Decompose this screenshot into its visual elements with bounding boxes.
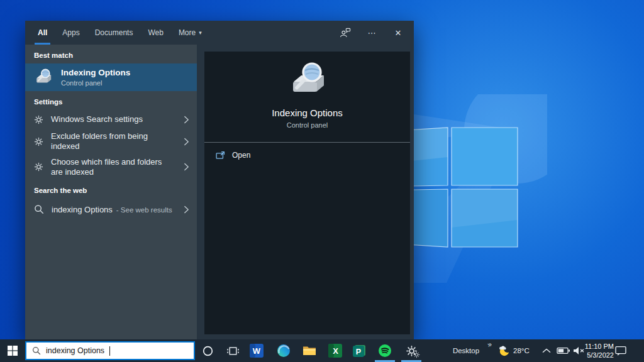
search-icon [32,346,41,355]
taskbar-app-spotify[interactable] [372,339,397,362]
publisher-icon: P [353,344,367,358]
taskbar: indexing Options W [0,339,644,362]
edge-icon [277,344,291,358]
preview-panel: Indexing Options Control panel Open [197,45,414,339]
close-icon[interactable]: ✕ [392,27,404,38]
best-match-result[interactable]: Indexing Options Control panel [25,63,197,91]
section-label-search-web: Search the web [25,180,197,199]
gear-icon [34,137,43,146]
taskbar-app-file-explorer[interactable] [297,339,322,362]
web-search-query: indexing Options [52,205,113,214]
launch-icon [216,151,225,160]
section-label-best-match: Best match [25,45,197,63]
task-view-button[interactable] [220,339,245,362]
settings-gear-icon [406,345,418,357]
svg-text:W: W [253,346,261,356]
tab-documents[interactable]: Documents [95,21,133,45]
excel-icon: X [328,344,342,358]
text-caret [109,346,110,356]
taskbar-app-publisher[interactable]: P [347,339,372,362]
search-flyout-window: All Apps Documents Web More ▾ [25,21,414,339]
svg-text:P: P [356,348,361,356]
best-match-subtitle: Control panel [61,79,130,87]
chevron-up-icon [542,348,551,353]
clock-date: 5/3/2022 [587,351,614,359]
show-hidden-icons-button[interactable] [540,339,553,362]
feedback-icon[interactable] [340,27,351,38]
settings-result-choose-files-folders[interactable]: Choose which files and folders are index… [25,155,197,180]
gear-icon [34,115,43,124]
temperature-readout[interactable]: 28°C [513,339,538,362]
web-search-result[interactable]: indexing Options- See web results [25,199,197,220]
tab-web[interactable]: Web [148,21,163,45]
chevron-down-icon: ▾ [199,30,202,36]
chevron-right-icon [184,205,189,214]
tab-more[interactable]: More ▾ [179,21,202,45]
search-results-panel: Best match Indexing Options Control pane… [25,45,197,339]
clock-time: 11:10 PM [585,342,614,351]
start-button[interactable] [0,339,25,362]
desktop-toolbar-label: Desktop [453,347,479,354]
preview-card: Indexing Options Control panel Open [204,52,410,334]
more-options-icon[interactable]: ⋯ [366,27,377,38]
search-filter-tabs: All Apps Documents Web More ▾ [25,21,202,45]
taskbar-app-edge[interactable] [271,339,296,362]
taskbar-clock[interactable]: 11:10 PM 5/3/2022 [584,339,614,362]
taskbar-app-excel[interactable]: X [323,339,348,362]
night-cloud-weather-icon [496,344,511,357]
search-icon [34,204,44,214]
web-search-suffix: - See web results [116,206,172,214]
indexing-options-icon-large [287,60,328,101]
taskbar-app-word[interactable]: W [244,339,269,362]
best-match-title: Indexing Options [61,68,130,78]
task-view-icon [227,346,239,356]
desktop-toolbar[interactable]: Desktop » [444,339,488,362]
battery-icon [557,346,570,355]
section-label-settings: Settings [25,91,197,110]
cortana-icon [203,346,213,356]
word-icon: W [250,344,264,358]
chevron-right-icon [184,137,189,146]
action-center-button[interactable] [613,339,629,362]
overflow-chevron-icon: » [486,339,493,349]
file-explorer-icon [303,345,316,356]
action-center-icon [614,345,627,356]
weather-button[interactable] [494,339,513,362]
preview-subtitle: Control panel [287,121,328,129]
settings-result-exclude-folders[interactable]: Exclude folders from being indexed [25,129,197,155]
taskbar-search-input[interactable]: indexing Options [25,341,195,360]
chevron-right-icon [184,115,189,124]
tab-apps[interactable]: Apps [62,21,79,45]
preview-title: Indexing Options [272,107,343,118]
svg-text:X: X [333,346,338,356]
settings-result-windows-search-settings[interactable]: Windows Search settings [25,110,197,129]
windows-logo-icon [8,346,18,356]
search-header: All Apps Documents Web More ▾ [25,21,414,45]
spotify-icon [378,344,392,358]
volume-muted-icon [572,346,585,356]
gear-icon [34,162,43,172]
open-action[interactable]: Open [204,143,410,168]
search-input-value: indexing Options [46,346,104,355]
taskbar-app-settings[interactable] [399,339,424,362]
battery-status[interactable] [556,339,571,362]
indexing-options-icon [34,68,53,87]
tab-all[interactable]: All [38,21,47,45]
cortana-button[interactable] [195,339,220,362]
chevron-right-icon [184,162,189,172]
desktop: All Apps Documents Web More ▾ [0,0,644,362]
